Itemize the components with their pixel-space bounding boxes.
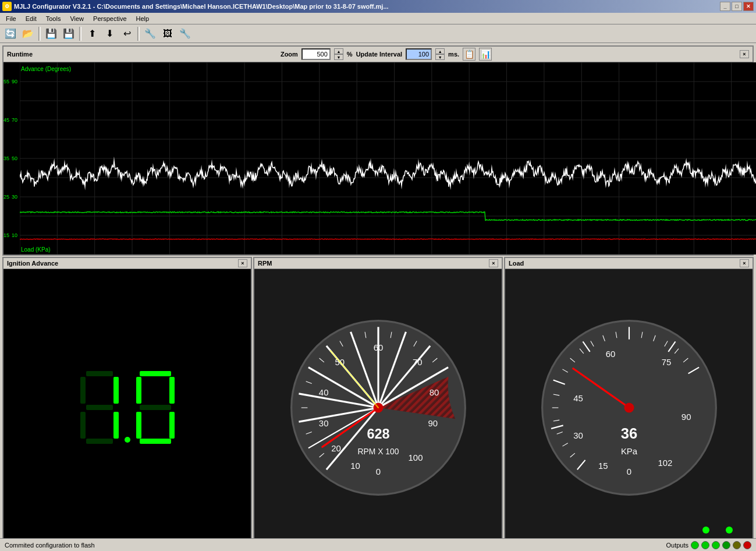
load-panel: Load × bbox=[504, 257, 754, 549]
led-5 bbox=[733, 541, 741, 549]
toolbar-sep1 bbox=[38, 27, 41, 41]
ignition-panel-title: Ignition Advance bbox=[7, 260, 58, 267]
zoom-unit: % bbox=[347, 51, 353, 58]
update-input[interactable] bbox=[406, 48, 432, 60]
zoom-input[interactable] bbox=[301, 48, 331, 60]
y-label-70: 70 bbox=[12, 117, 17, 123]
close-button[interactable]: ✕ bbox=[743, 2, 754, 11]
zoom-spinner[interactable]: ▲ ▼ bbox=[334, 48, 343, 60]
svg-text:45: 45 bbox=[573, 393, 583, 403]
window-title: MJLJ Configurator V3.2.1 - C:\Documents … bbox=[14, 3, 389, 10]
digit-1 bbox=[79, 370, 120, 446]
app-icon: ⚙ bbox=[2, 2, 12, 11]
svg-text:0: 0 bbox=[626, 467, 631, 476]
status-message: Commited configuration to flash bbox=[5, 542, 95, 549]
y-label-25: 25 bbox=[3, 194, 9, 200]
led-3 bbox=[712, 541, 720, 549]
y-label-15: 15 bbox=[3, 232, 9, 238]
svg-text:80: 80 bbox=[429, 387, 439, 397]
toolbar-open[interactable]: 📂 bbox=[20, 26, 36, 41]
toolbar-image[interactable]: 🖼 bbox=[159, 26, 176, 41]
toolbar-new[interactable]: 🔄 bbox=[2, 26, 19, 41]
svg-text:RPM X 100: RPM X 100 bbox=[357, 447, 399, 456]
svg-text:102: 102 bbox=[658, 458, 672, 468]
rpm-gauge-svg: 0 10 20 30 40 50 60 70 80 90 100 628 RPM… bbox=[285, 315, 471, 501]
toolbar-upload[interactable]: ⬆ bbox=[84, 26, 100, 41]
svg-text:15: 15 bbox=[598, 460, 608, 470]
svg-text:628: 628 bbox=[367, 426, 389, 441]
y-label-55: 55 bbox=[3, 79, 9, 84]
rpm-gauge-container: 0 10 20 30 40 50 60 70 80 90 100 628 RPM… bbox=[254, 269, 502, 546]
toolbar-config[interactable]: 🔧 bbox=[142, 26, 158, 41]
bottom-dot-left bbox=[702, 527, 709, 534]
ignition-display bbox=[3, 269, 251, 546]
toolbar-download[interactable]: ⬇ bbox=[101, 26, 118, 41]
menu-help[interactable]: Help bbox=[132, 14, 154, 23]
svg-text:75: 75 bbox=[661, 357, 671, 367]
load-panel-header: Load × bbox=[505, 258, 753, 269]
toolbar-sep2 bbox=[79, 27, 81, 41]
update-down[interactable]: ▼ bbox=[435, 54, 445, 60]
rpm-panel-header: RPM × bbox=[254, 258, 502, 269]
rpm-panel-title: RPM bbox=[258, 260, 272, 267]
menu-perspective[interactable]: Perspective bbox=[88, 14, 131, 23]
update-spinner[interactable]: ▲ ▼ bbox=[435, 48, 445, 60]
menu-view[interactable]: View bbox=[65, 14, 88, 23]
menu-file[interactable]: File bbox=[1, 14, 21, 23]
load-close-btn[interactable]: × bbox=[740, 259, 749, 267]
ignition-close-btn[interactable]: × bbox=[238, 259, 247, 267]
outputs-section: Outputs bbox=[666, 541, 751, 549]
led-4 bbox=[722, 541, 730, 549]
chart-expand-btn[interactable]: 📊 bbox=[479, 48, 492, 61]
maximize-button[interactable]: □ bbox=[732, 2, 742, 11]
rpm-panel: RPM × bbox=[253, 257, 503, 549]
update-unit: ms. bbox=[448, 51, 459, 58]
svg-text:90: 90 bbox=[428, 418, 438, 428]
svg-text:70: 70 bbox=[412, 357, 422, 367]
y-label-10: 10 bbox=[12, 232, 17, 238]
ignition-panel: Ignition Advance × bbox=[2, 257, 252, 549]
y-label-90: 90 bbox=[12, 79, 17, 84]
minimize-button[interactable]: _ bbox=[720, 2, 730, 11]
toolbar: 🔄 📂 💾 💾 ⬆ ⬇ ↩ 🔧 🖼 🔧 bbox=[0, 24, 756, 43]
menu-bar: File Edit Tools View Perspective Help bbox=[0, 13, 756, 24]
svg-text:100: 100 bbox=[408, 452, 423, 462]
svg-text:KPa: KPa bbox=[620, 446, 637, 456]
led-2 bbox=[701, 541, 709, 549]
ignition-panel-header: Ignition Advance × bbox=[3, 258, 251, 269]
bottom-panels: Ignition Advance × bbox=[2, 257, 754, 549]
svg-text:20: 20 bbox=[331, 443, 341, 453]
load-panel-title: Load bbox=[509, 260, 524, 267]
y-label-45: 45 bbox=[3, 117, 9, 123]
toolbar-saveas[interactable]: 💾 bbox=[61, 26, 77, 41]
toolbar-sep3 bbox=[137, 27, 140, 41]
svg-text:60: 60 bbox=[605, 348, 615, 358]
chart-refresh-btn[interactable]: 📋 bbox=[463, 48, 475, 61]
svg-text:0: 0 bbox=[375, 467, 380, 476]
runtime-panel: Runtime Zoom ▲ ▼ % Update Interval ▲ ▼ m… bbox=[2, 45, 754, 256]
toolbar-tools[interactable]: 🔧 bbox=[177, 26, 193, 41]
rpm-close-btn[interactable]: × bbox=[489, 259, 498, 267]
runtime-panel-header: Runtime Zoom ▲ ▼ % Update Interval ▲ ▼ m… bbox=[3, 47, 753, 62]
svg-text:90: 90 bbox=[681, 412, 691, 422]
svg-text:60: 60 bbox=[373, 342, 383, 352]
load-gauge-container: 0 15 30 45 60 75 90 102 36 KPa bbox=[505, 269, 753, 546]
decimal-dot bbox=[125, 437, 130, 443]
outputs-label: Outputs bbox=[666, 542, 688, 549]
y-label-50: 50 bbox=[12, 156, 17, 161]
runtime-panel-title: Runtime bbox=[7, 51, 33, 58]
toolbar-save[interactable]: 💾 bbox=[43, 26, 59, 41]
y-label-30: 30 bbox=[12, 194, 17, 200]
menu-tools[interactable]: Tools bbox=[41, 14, 66, 23]
zoom-down[interactable]: ▼ bbox=[334, 54, 343, 60]
menu-edit[interactable]: Edit bbox=[21, 14, 41, 23]
main-area: Runtime Zoom ▲ ▼ % Update Interval ▲ ▼ m… bbox=[0, 43, 756, 551]
zoom-label: Zoom bbox=[281, 51, 298, 58]
svg-text:30: 30 bbox=[318, 418, 328, 428]
update-up[interactable]: ▲ bbox=[435, 48, 445, 54]
runtime-close-btn[interactable]: × bbox=[740, 50, 749, 58]
zoom-up[interactable]: ▲ bbox=[334, 48, 343, 54]
toolbar-undo[interactable]: ↩ bbox=[119, 26, 135, 41]
update-label: Update Interval bbox=[356, 51, 402, 58]
title-bar: ⚙ MJLJ Configurator V3.2.1 - C:\Document… bbox=[0, 0, 756, 13]
